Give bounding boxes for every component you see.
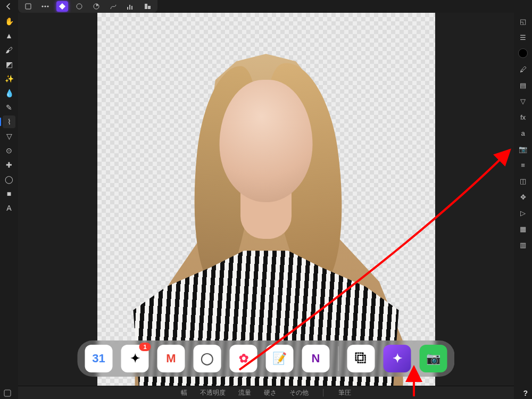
context-hardness[interactable]: 硬さ [264, 388, 277, 397]
svg-rect-10 [148, 6, 151, 9]
navigator-icon[interactable]: ◱ [517, 15, 529, 28]
tools-panel: ✋▲🖌◩✨💧✎⌇▽⊙✚◯■A [0, 13, 19, 399]
layers-icon[interactable]: ☰ [517, 31, 529, 44]
dock-app-google-photos[interactable]: ✦1 [121, 345, 149, 372]
svg-point-3 [47, 5, 48, 7]
snapping-icon[interactable]: ✥ [517, 190, 529, 203]
dock-app-affinity-photo[interactable]: ✦ [384, 345, 411, 372]
dock-app-camera-app[interactable]: 📷 [420, 345, 447, 372]
help-icon[interactable]: ? [523, 389, 528, 397]
channels-icon[interactable]: ▤ [517, 79, 529, 92]
selection-brush-icon[interactable]: ⌇ [3, 115, 15, 128]
effects-icon[interactable]: fx [517, 111, 529, 123]
svg-point-2 [44, 5, 46, 7]
metadata-icon[interactable]: ▥ [517, 238, 529, 251]
svg-rect-9 [145, 4, 147, 9]
tone-map-persona-icon[interactable] [107, 1, 119, 12]
dock-separator [338, 346, 339, 371]
svg-point-4 [77, 4, 82, 9]
studio-panel: ◱☰🖊▤▽fxa📷≡◫✥▷▦▥ [513, 13, 532, 399]
develop-persona-icon[interactable] [90, 1, 102, 12]
ipad-dock: 31✦1M◯✿📝N⿻✦📷 [78, 340, 455, 377]
document-menu-icon[interactable] [22, 1, 34, 12]
dock-app-chrome[interactable]: ◯ [194, 345, 221, 372]
svg-rect-8 [131, 6, 132, 10]
context-pressure[interactable]: 筆圧 [338, 388, 351, 397]
transform-icon[interactable]: ≡ [517, 159, 529, 171]
paint-brush-icon[interactable]: 🖌 [3, 44, 15, 56]
svg-rect-0 [26, 4, 31, 9]
dock-app-calendar[interactable]: 31 [85, 345, 113, 372]
macro-icon[interactable]: ▷ [517, 206, 529, 219]
healing-icon[interactable]: ✚ [3, 159, 15, 171]
context-width[interactable]: 幅 [181, 388, 187, 397]
styles-icon[interactable]: a [517, 127, 529, 139]
dock-app-apple-photos[interactable]: ✿ [230, 345, 257, 372]
context-toolbar: 幅不透明度流量硬さその他│筆圧 [18, 386, 514, 399]
text-tool-icon[interactable]: A [3, 202, 15, 214]
persona-switcher [18, 0, 157, 13]
dock-app-gmail[interactable]: M [157, 345, 185, 372]
preferences-icon[interactable] [3, 389, 12, 397]
dock-app-goodnotes[interactable]: 📝 [266, 345, 294, 372]
pencil-icon[interactable]: ✎ [3, 101, 15, 114]
context-more[interactable]: その他 [289, 388, 309, 397]
flood-select-icon[interactable]: ✨ [3, 72, 15, 85]
color-icon[interactable] [517, 47, 529, 60]
hand-tool-icon[interactable]: ✋ [3, 15, 15, 28]
svg-rect-7 [129, 5, 130, 10]
photo-persona-icon[interactable] [56, 1, 68, 12]
dock-app-unsplash[interactable]: ⿻ [347, 345, 375, 372]
svg-rect-11 [4, 390, 11, 396]
stamp-icon[interactable]: ⊙ [3, 144, 15, 157]
brushes-icon[interactable]: 🖊 [517, 63, 529, 76]
move-tool-icon[interactable]: ▲ [3, 29, 15, 42]
burn-icon[interactable]: ▽ [3, 130, 15, 143]
adjustments-icon[interactable]: ▽ [517, 95, 529, 107]
document[interactable] [97, 13, 435, 386]
history-icon[interactable]: ◫ [517, 174, 529, 187]
more-icon[interactable] [39, 1, 51, 12]
badge: 1 [139, 343, 151, 351]
photo-subject [117, 13, 415, 386]
svg-rect-6 [127, 7, 128, 10]
dodge-icon[interactable]: ◯ [3, 173, 15, 186]
swatches-grid-icon[interactable]: ▦ [517, 222, 529, 235]
context-flow[interactable]: 流量 [238, 388, 251, 397]
liquify-persona-icon[interactable] [73, 1, 85, 12]
crop-tool-icon[interactable]: ◩ [3, 58, 15, 71]
back-button[interactable] [2, 0, 15, 13]
color-picker-icon[interactable]: 💧 [3, 87, 15, 99]
titlebar [0, 0, 532, 13]
histogram-icon[interactable] [124, 1, 136, 12]
canvas-area[interactable] [18, 13, 514, 386]
dock-app-onenote[interactable]: N [302, 345, 330, 372]
context-opacity[interactable]: 不透明度 [200, 388, 226, 397]
export-persona-icon[interactable] [142, 1, 153, 12]
rectangle-icon[interactable]: ■ [3, 187, 15, 200]
stock-icon[interactable]: 📷 [517, 143, 529, 155]
svg-point-1 [41, 5, 43, 7]
